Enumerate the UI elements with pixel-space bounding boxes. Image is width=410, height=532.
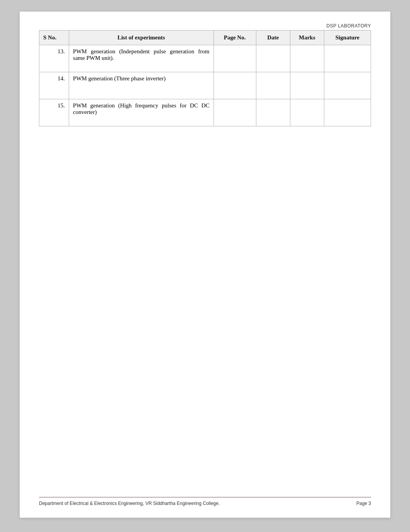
col-header-signature: Signature xyxy=(324,31,371,45)
cell-marks xyxy=(290,45,324,72)
page-footer: Department of Electrical & Electronics E… xyxy=(39,497,371,510)
table-row: 14.PWM generation (Three phase inverter) xyxy=(39,72,371,99)
col-header-sno: S No. xyxy=(39,31,69,45)
cell-signature xyxy=(324,45,371,72)
footer-page-number: Page 3 xyxy=(356,501,371,506)
cell-experiment: PWM generation (Independent pulse genera… xyxy=(69,45,213,72)
cell-signature xyxy=(324,72,371,99)
cell-experiment: PWM generation (Three phase inverter) xyxy=(69,72,213,99)
col-header-pageno: Page No. xyxy=(213,31,256,45)
cell-date xyxy=(256,72,290,99)
cell-sno: 14. xyxy=(39,72,69,99)
footer-department: Department of Electrical & Electronics E… xyxy=(39,501,349,506)
table-row: 13.PWM generation (Independent pulse gen… xyxy=(39,45,371,72)
cell-sno: 13. xyxy=(39,45,69,72)
cell-pageno xyxy=(213,45,256,72)
col-header-marks: Marks xyxy=(290,31,324,45)
cell-pageno xyxy=(213,99,256,126)
table-header-row: S No. List of experiments Page No. Date … xyxy=(39,31,371,45)
lab-header: DSP LABORATORY xyxy=(39,23,371,29)
experiments-table: S No. List of experiments Page No. Date … xyxy=(39,30,371,126)
col-header-experiments: List of experiments xyxy=(69,31,213,45)
cell-signature xyxy=(324,99,371,126)
cell-marks xyxy=(290,72,324,99)
cell-experiment: PWM generation (High frequency pulses fo… xyxy=(69,99,213,126)
page: DSP LABORATORY S No. List of experiments… xyxy=(20,12,390,518)
col-header-date: Date xyxy=(256,31,290,45)
cell-pageno xyxy=(213,72,256,99)
cell-date xyxy=(256,99,290,126)
lab-title: DSP LABORATORY xyxy=(327,23,371,29)
cell-sno: 15. xyxy=(39,99,69,126)
cell-marks xyxy=(290,99,324,126)
page-content: DSP LABORATORY S No. List of experiments… xyxy=(20,12,390,497)
cell-date xyxy=(256,45,290,72)
table-row: 15.PWM generation (High frequency pulses… xyxy=(39,99,371,126)
